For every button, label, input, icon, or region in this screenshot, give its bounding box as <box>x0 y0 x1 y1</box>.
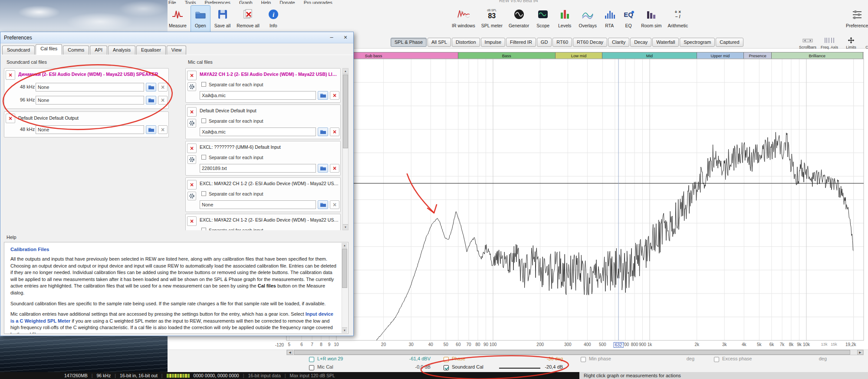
tab-distortion[interactable]: Distortion <box>452 38 480 47</box>
menu-donate[interactable]: Donate <box>279 0 295 4</box>
mic-settings-button[interactable] <box>187 82 196 91</box>
scroll-up-arrow[interactable]: ▲ <box>343 69 348 74</box>
separate-cal-checkbox[interactable] <box>201 82 206 87</box>
generator-button[interactable]: Generator <box>506 5 531 35</box>
eq-button[interactable]: EQ EQ <box>620 5 637 35</box>
tab-filtered-ir[interactable]: Filtered IR <box>506 38 536 47</box>
remove-all-button[interactable]: Remove all <box>234 5 262 35</box>
minimize-button[interactable]: – <box>326 33 338 42</box>
tab-gd[interactable]: GD <box>537 38 552 47</box>
controls-button[interactable]: Controls <box>862 36 868 49</box>
tab-rt60-decay[interactable]: RT60 Decay <box>573 38 607 47</box>
tab-comms[interactable]: Comms <box>63 46 89 55</box>
levels-button[interactable]: Levels <box>555 5 575 35</box>
legend-checkbox-soundcard-cal[interactable] <box>444 365 449 370</box>
scroll-left-arrow[interactable]: ◀ <box>287 350 293 355</box>
mic-cal-file-field[interactable] <box>200 200 316 209</box>
cal-file-field[interactable] <box>36 83 144 91</box>
tab-waterfall[interactable]: Waterfall <box>652 38 679 47</box>
info-button[interactable]: i Info <box>263 5 283 35</box>
graph-horizontal-scrollbar[interactable]: ◀ ▶ <box>286 350 864 355</box>
scroll-up-arrow[interactable]: ▲ <box>342 243 347 248</box>
clear-cal-file-button[interactable]: × <box>158 83 168 91</box>
delete-entry-button[interactable]: × <box>187 71 197 80</box>
limits-button[interactable]: Limits <box>840 36 862 49</box>
browse-button[interactable] <box>146 96 156 105</box>
tab-view[interactable]: View <box>167 46 187 55</box>
menu-help[interactable]: Help <box>261 0 271 4</box>
scroll-right-arrow[interactable]: ▶ <box>857 350 863 355</box>
tab-cal-files[interactable]: Cal files <box>36 44 62 55</box>
save-all-button[interactable]: Save all <box>212 5 233 35</box>
clear-cal-file-button[interactable]: × <box>330 127 339 136</box>
close-button[interactable]: × <box>339 33 352 42</box>
help-scrollbar[interactable]: ▲ ▼ <box>342 243 348 333</box>
tab-impulse[interactable]: Impulse <box>481 38 506 47</box>
separate-cal-checkbox[interactable] <box>201 228 206 230</box>
overlays-button[interactable]: Overlays <box>576 5 599 35</box>
legend-checkbox-min-phase[interactable] <box>581 357 586 362</box>
mic-settings-button[interactable] <box>187 192 196 200</box>
legend-checkbox-mic-cal[interactable] <box>309 365 314 370</box>
room-sim-button[interactable]: Room sim <box>639 5 664 35</box>
arithmetic-button[interactable]: + ×− / Arithmetic <box>665 5 690 35</box>
tab-equaliser[interactable]: Equaliser <box>136 46 166 55</box>
mic-cal-file-field[interactable] <box>200 91 316 100</box>
legend-label[interactable]: Mic Cal <box>317 364 333 369</box>
delete-entry-button[interactable]: × <box>187 144 197 153</box>
scope-button[interactable]: Scope <box>533 5 553 35</box>
legend-checkbox-excess-phase[interactable] <box>714 357 719 362</box>
open-button[interactable]: Open <box>191 5 210 35</box>
scrollbar-thumb[interactable] <box>342 249 347 288</box>
legend-checkbox-phase[interactable] <box>444 357 449 362</box>
mic-list-scrollbar[interactable]: ▲ ▼ <box>342 68 349 230</box>
delete-entry-button[interactable]: × <box>187 180 197 190</box>
legend-checkbox-l-r-июл-29[interactable] <box>309 357 314 362</box>
scrollbar-thumb[interactable] <box>343 75 348 148</box>
delete-entry-button[interactable]: × <box>6 114 15 123</box>
scrollbar-thumb[interactable] <box>294 350 850 355</box>
scroll-down-arrow[interactable]: ▼ <box>342 327 347 333</box>
rta-button[interactable]: RTA <box>601 5 618 35</box>
clear-cal-file-button[interactable]: × <box>158 96 168 105</box>
browse-button[interactable] <box>318 127 328 136</box>
clear-cal-file-button[interactable]: × <box>330 164 339 173</box>
cal-file-field[interactable] <box>36 125 144 134</box>
tab-rt60[interactable]: RT60 <box>552 38 572 47</box>
tab-spectrogram[interactable]: Spectrogram <box>680 38 715 47</box>
clear-cal-file-button[interactable]: × <box>330 200 339 209</box>
clear-cal-file-button[interactable]: × <box>158 125 168 134</box>
scrollbars-toggle[interactable]: Scrollbars <box>797 36 819 49</box>
browse-button[interactable] <box>318 200 328 209</box>
legend-label[interactable]: Phase <box>452 356 465 361</box>
browse-button[interactable] <box>318 91 328 100</box>
menu-graph[interactable]: Graph <box>239 0 253 4</box>
menu-file[interactable]: File <box>168 0 176 4</box>
delete-entry-button[interactable]: × <box>187 216 197 226</box>
tab-all-spl[interactable]: All SPL <box>427 38 451 47</box>
cal-file-field[interactable] <box>36 96 144 105</box>
ir-windows-button[interactable]: IR windows <box>450 5 477 35</box>
tab-clarity[interactable]: Clarity <box>608 38 629 47</box>
dialog-titlebar[interactable]: Preferences – × <box>0 32 353 43</box>
browse-button[interactable] <box>146 83 156 91</box>
mic-settings-button[interactable] <box>187 119 196 127</box>
tab-api[interactable]: API <box>90 46 107 55</box>
mic-settings-button[interactable] <box>187 155 196 164</box>
menu-pro-upgrades[interactable]: Pro upgrades <box>304 0 332 4</box>
spl-meter-button[interactable]: dB SPL83 SPL meter <box>479 5 505 35</box>
separate-cal-checkbox[interactable] <box>201 191 206 196</box>
menu-tools[interactable]: Tools <box>185 0 196 4</box>
legend-label[interactable]: Excess phase <box>722 356 752 361</box>
legend-label[interactable]: Min phase <box>589 356 611 361</box>
legend-label[interactable]: Soundcard Cal <box>452 364 483 369</box>
delete-entry-button[interactable]: × <box>187 107 197 117</box>
clear-cal-file-button[interactable]: × <box>330 91 339 100</box>
separate-cal-checkbox[interactable] <box>201 155 206 160</box>
tab-captured[interactable]: Captured <box>716 38 743 47</box>
separate-cal-checkbox[interactable] <box>201 118 206 123</box>
delete-entry-button[interactable]: × <box>6 70 15 80</box>
preference-button[interactable]: Preference <box>844 5 868 35</box>
menu-preferences[interactable]: Preferences <box>205 0 230 4</box>
tab-soundcard[interactable]: Soundcard <box>2 46 35 55</box>
